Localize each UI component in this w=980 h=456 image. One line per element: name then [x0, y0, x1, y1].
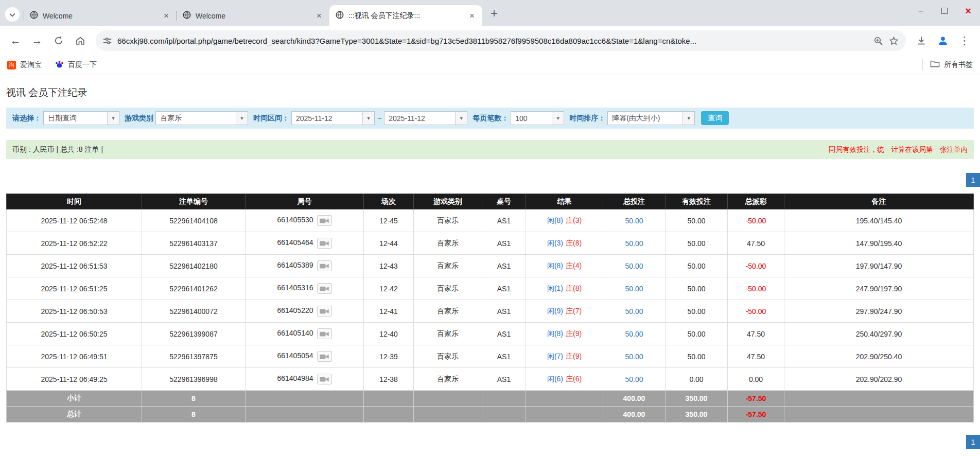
video-icon[interactable]	[317, 306, 332, 317]
bookmark-star-icon[interactable]	[889, 36, 899, 46]
tab-welcome-2[interactable]: Welcome ×	[177, 5, 329, 26]
search-button[interactable]: 查询	[701, 111, 729, 125]
chevron-down-icon[interactable]: ▾	[362, 112, 374, 125]
video-icon[interactable]	[317, 351, 332, 362]
video-icon[interactable]	[317, 238, 332, 249]
video-icon[interactable]	[317, 260, 332, 271]
tab-close-icon[interactable]: ×	[467, 11, 477, 21]
date-from-value[interactable]: 2025-11-12	[292, 112, 362, 125]
tab-search-button[interactable]	[5, 7, 20, 22]
cell-total-bet: 50.00	[603, 232, 666, 255]
page-number-button[interactable]: 1	[966, 435, 980, 449]
reload-button[interactable]	[48, 30, 69, 51]
cell-result: 闲(8)庄(9)	[526, 323, 603, 345]
subtotal-label: 小计	[7, 391, 142, 407]
download-button[interactable]	[911, 30, 932, 51]
cell-game: 百家乐	[414, 255, 482, 277]
zoom-icon[interactable]	[873, 36, 883, 46]
cell-valid-bet: 50.00	[666, 209, 728, 232]
cell-time: 2025-11-12 06:49:25	[7, 368, 142, 391]
result-banker: 庄(9)	[566, 329, 582, 338]
chevron-down-icon[interactable]: ▾	[107, 112, 119, 125]
cell-round: 661405054	[246, 345, 364, 368]
site-settings-icon[interactable]	[103, 37, 112, 45]
sort-combo[interactable]: 降幂(由大到小) ▾	[607, 111, 695, 125]
total-bet-link[interactable]: 50.00	[625, 330, 643, 338]
total-row: 总计 8 400.00 350.00 -57.50	[7, 407, 974, 423]
video-icon[interactable]	[317, 215, 332, 226]
tab-close-icon[interactable]: ×	[161, 11, 171, 21]
cell-table: AS1	[482, 368, 526, 391]
cell-note: 195.40/145.40	[784, 209, 974, 232]
chevron-down-icon[interactable]: ▾	[236, 112, 248, 125]
cell-note: 202.90/202.90	[784, 368, 974, 391]
cell-session: 12-39	[364, 345, 414, 368]
cell-round: 661405389	[246, 255, 364, 277]
cell-total-bet: 50.00	[603, 300, 666, 323]
close-window-button[interactable]: ×	[956, 0, 980, 22]
download-icon	[916, 36, 926, 46]
minimize-button[interactable]: –	[909, 0, 933, 22]
tab-betrecord[interactable]: :::视讯 会员下注纪录::: ×	[329, 5, 482, 26]
total-bet-link[interactable]: 50.00	[625, 307, 643, 315]
result-banker: 庄(8)	[566, 284, 582, 292]
chevron-down-icon[interactable]: ▾	[682, 112, 694, 125]
table-row: 2025-11-12 06:49:51 522961397875 6614050…	[7, 345, 974, 368]
tab-close-icon[interactable]: ×	[314, 11, 324, 21]
cell-table: AS1	[482, 323, 526, 345]
new-tab-button[interactable]: +	[485, 5, 503, 22]
date-from-combo[interactable]: 2025-11-12 ▾	[291, 111, 375, 125]
select-mode-label: 请选择：	[12, 114, 41, 123]
tab-welcome-1[interactable]: Welcome ×	[24, 5, 177, 26]
browser-toolbar: ← → 66cxkj98.com/ipl/portal.php/game/bet…	[0, 26, 980, 55]
select-mode-combo[interactable]: 日期查询 ▾	[43, 111, 119, 125]
page-size-value[interactable]: 100	[511, 112, 552, 125]
cell-total-bet: 50.00	[603, 323, 666, 345]
chevron-down-icon[interactable]: ▾	[455, 112, 467, 125]
home-button[interactable]	[70, 30, 91, 51]
total-bet-link[interactable]: 50.00	[625, 262, 643, 270]
date-to-value[interactable]: 2025-11-12	[384, 112, 455, 125]
page-number-button[interactable]: 1	[966, 173, 980, 187]
game-type-value[interactable]: 百家乐	[156, 112, 236, 125]
game-type-combo[interactable]: 百家乐 ▾	[155, 111, 248, 125]
chevron-down-icon[interactable]: ▾	[552, 112, 564, 125]
cell-note: 250.40/297.90	[784, 323, 974, 345]
round-number: 661405464	[277, 238, 313, 247]
menu-button[interactable]: ⋮	[954, 30, 975, 51]
bookmark-aitaobao[interactable]: 淘 爱淘宝	[7, 60, 42, 69]
back-button[interactable]: ←	[5, 30, 26, 51]
cell-table: AS1	[482, 232, 526, 255]
cell-time: 2025-11-12 06:49:51	[7, 345, 142, 368]
forward-button[interactable]: →	[27, 30, 47, 51]
cell-session: 12-44	[364, 232, 414, 255]
video-icon[interactable]	[317, 328, 332, 339]
total-bet-link[interactable]: 50.00	[625, 353, 643, 361]
total-bet-link[interactable]: 50.00	[625, 217, 643, 225]
total-bet-link[interactable]: 50.00	[625, 375, 643, 383]
all-bookmarks-button[interactable]: 所有书签	[922, 59, 973, 71]
col-note: 备注	[784, 194, 974, 209]
maximize-button[interactable]	[933, 0, 956, 22]
cell-round: 661405530	[246, 209, 364, 232]
total-bet-link[interactable]: 50.00	[625, 239, 643, 248]
bookmark-baidu[interactable]: 百度一下	[55, 60, 97, 70]
video-icon[interactable]	[317, 374, 332, 384]
url-bar[interactable]: 66cxkj98.com/ipl/portal.php/game/betreco…	[96, 30, 906, 51]
sort-value[interactable]: 降幂(由大到小)	[608, 112, 682, 125]
page-size-combo[interactable]: 100 ▾	[511, 111, 564, 125]
total-count: 8	[142, 407, 246, 423]
cell-bet-id: 522961402180	[142, 255, 246, 277]
select-mode-value[interactable]: 日期查询	[44, 112, 107, 125]
profile-button[interactable]	[933, 30, 953, 51]
video-icon[interactable]	[317, 283, 332, 294]
bookmarks-bar: 淘 爱淘宝 百度一下 所有书签	[0, 55, 980, 75]
date-to-combo[interactable]: 2025-11-12 ▾	[384, 111, 467, 125]
game-type-label: 游戏类别	[125, 114, 153, 123]
cell-result: 闲(6)庄(6)	[526, 368, 603, 391]
cell-total-bet: 50.00	[603, 255, 666, 277]
pagination-top: 1	[0, 173, 980, 187]
tab-strip: Welcome × Welcome × :::视讯 会员下注纪录::: × + …	[0, 0, 980, 26]
round-number: 661405054	[277, 352, 313, 360]
total-bet-link[interactable]: 50.00	[625, 285, 643, 293]
